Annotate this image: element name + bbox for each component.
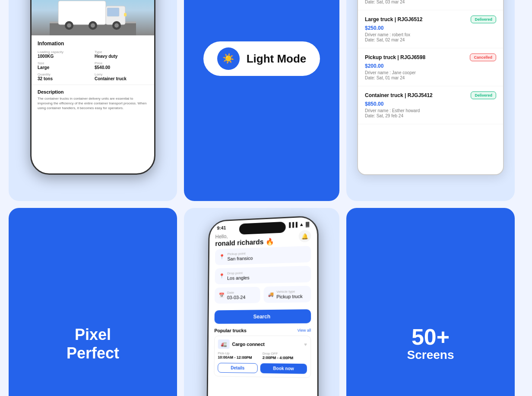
history-card: 9:41 ▐▐▐ ▲ ▓ History Small truck | RJGJ6… <box>346 0 515 201</box>
info-item-price: Price $540.00 <box>95 61 148 70</box>
history-row1-3: Pickup truck | RJGJ6598 Cancelled <box>365 53 496 61</box>
dropoff-time-col: Drop OFF 2:00PM - 4:00PM <box>263 352 307 360</box>
pickup-location-icon: 📍 <box>219 254 225 260</box>
dropoff-label: Drop point <box>227 271 249 275</box>
badge-cancelled-3: Cancelled <box>470 53 496 61</box>
search-form: 📍 Pickup point San fransico 📍 Drop point… <box>209 245 317 328</box>
wifi-icon-2: ▲ <box>299 222 304 227</box>
main-grid: Organized Layer & Group 9:41 ▐▐▐ wifi ▓ <box>9 0 523 396</box>
dropoff-time-label: Drop OFF <box>263 352 307 356</box>
organized-card: Organized Layer & Group 9:41 ▐▐▐ wifi ▓ <box>9 0 177 201</box>
pixel-text: Pixel Perfect <box>66 325 119 362</box>
dropoff-location-icon: 📍 <box>219 273 225 279</box>
popular-header: Popular trucks View all <box>209 327 317 336</box>
screens-text: 50+ Screens <box>407 326 454 362</box>
phone-mockup-1: 9:41 ▐▐▐ wifi ▓ <box>30 0 155 175</box>
desc-section: Description The container trucks in cont… <box>32 85 154 115</box>
vehicle-field[interactable]: 🚚 Vehicle type Pickup truck <box>263 286 311 303</box>
phone-mockup-2: 9:41 ▐▐▐ ▲ ▓ Hello, ronald richards 🔥 🔔 <box>206 215 319 396</box>
truck-card-1: 🚛 Cargo connect ♥ Pick-Up 10:00AM - 12:0… <box>214 336 311 378</box>
card-buttons: Details Book now <box>218 363 307 374</box>
time-row: Pick-Up 10:00AM - 12:00PM Drop OFF 2:00P… <box>218 351 307 360</box>
truck-card-name: 🚛 Cargo connect <box>218 339 265 349</box>
history-item-3: Pickup truck | RJGJ6598 Cancelled $200.0… <box>358 48 503 86</box>
history-item-2: Large truck | RJGJ6512 Delivered $250.00… <box>358 10 503 48</box>
date-value: 03-03-24 <box>227 295 246 300</box>
pickup-time-label: Pick-Up <box>218 351 260 355</box>
pickup-time-col: Pick-Up 10:00AM - 12:00PM <box>218 351 260 360</box>
history-phone-mockup: 9:41 ▐▐▐ ▲ ▓ History Small truck | RJGJ6… <box>357 0 504 175</box>
calendar-icon: 📅 <box>219 292 225 298</box>
pixel-perfect-card: Pixel Perfect <box>9 208 177 396</box>
svg-rect-10 <box>107 8 119 16</box>
popular-title: Popular trucks <box>214 328 246 333</box>
svg-rect-11 <box>124 13 127 16</box>
dropoff-time-value: 2:00PM - 4:00PM <box>263 355 307 360</box>
lightmode-card: ☀️ Light Mode <box>184 0 339 201</box>
desc-text: The container trucks in container delive… <box>38 96 148 111</box>
svg-rect-2 <box>58 1 106 25</box>
info-item-type: Type Heavy duty <box>95 50 148 59</box>
badge-delivered-4: Delivered <box>471 91 496 99</box>
notification-icon[interactable]: 🔔 <box>299 230 311 242</box>
pixel-line2: Perfect <box>66 344 119 362</box>
lightmode-label: Light Mode <box>247 52 307 66</box>
signal-icon-2: ▐▐▐ <box>287 222 297 227</box>
search-button[interactable]: Search <box>215 309 311 324</box>
history-item-1: Small truck | RJGJ6598 In Transit $450.0… <box>358 0 503 10</box>
truck-mini-icon: 🚛 <box>218 339 230 349</box>
info-section: Infomation Loading capacity 1000KG Type … <box>32 35 154 85</box>
status-icons-2: ▐▐▐ ▲ ▓ <box>287 221 309 227</box>
screens-number: 50+ <box>407 326 454 348</box>
history-row1-4: Container truck | RJGJ5412 Delivered <box>365 91 496 99</box>
dropoff-value: Los angles <box>227 275 249 281</box>
screens-label: Screens <box>407 348 454 362</box>
svg-point-5 <box>67 23 71 28</box>
double-inputs: 📅 Date 03-03-24 🚚 Vehicle type Pickup tr… <box>215 286 311 304</box>
pickup-time-value: 10:00AM - 12:00PM <box>218 355 260 360</box>
screens-card: 50+ Screens <box>346 208 515 396</box>
info-item-size: Size Large <box>38 61 91 70</box>
desc-title: Description <box>38 89 148 94</box>
search-phone-card: 9:41 ▐▐▐ ▲ ▓ Hello, ronald richards 🔥 🔔 <box>184 208 339 396</box>
pickup-field[interactable]: 📍 Pickup point San fransico <box>215 246 311 265</box>
phone-notch-2 <box>239 222 286 235</box>
info-item-lorry: Lorry Container truck <box>95 72 148 81</box>
truck-icon: 🚚 <box>268 292 274 297</box>
truck-image <box>32 0 154 35</box>
truck-card-header: 🚛 Cargo connect ♥ <box>218 339 307 349</box>
greeting-name: ronald richards 🔥 <box>215 237 274 248</box>
info-grid: Loading capacity 1000KG Type Heavy duty … <box>38 50 148 81</box>
heart-icon[interactable]: ♥ <box>304 342 307 347</box>
sun-icon: ☀️ <box>217 47 240 70</box>
history-row1-2: Large truck | RJGJ6512 Delivered <box>365 16 496 23</box>
view-all-link[interactable]: View all <box>298 328 311 332</box>
dropoff-field[interactable]: 📍 Drop point Los angles <box>215 266 311 284</box>
book-now-button[interactable]: Book now <box>260 363 307 374</box>
badge-delivered-2: Delivered <box>471 16 496 23</box>
date-label: Date <box>227 290 246 295</box>
phone2-screen: 9:41 ▐▐▐ ▲ ▓ Hello, ronald richards 🔥 🔔 <box>207 217 317 396</box>
info-item-loading: Loading capacity 1000KG <box>38 50 91 59</box>
info-title: Infomation <box>38 41 148 47</box>
svg-point-9 <box>114 23 119 28</box>
phone1-screen: 9:41 ▐▐▐ wifi ▓ <box>32 0 154 173</box>
history-item-4: Container truck | RJGJ5412 Delivered $85… <box>358 86 503 124</box>
details-button[interactable]: Details <box>218 363 258 373</box>
svg-point-7 <box>91 23 95 28</box>
pixel-line1: Pixel <box>75 326 111 343</box>
info-item-qty: Quantity 32 tons <box>38 72 91 81</box>
vehicle-label: Vehicle type <box>276 289 302 294</box>
battery-icon-2: ▓ <box>306 221 309 226</box>
lightmode-pill: ☀️ Light Mode <box>203 41 320 76</box>
vehicle-value: Pickup truck <box>276 294 302 299</box>
date-field[interactable]: 📅 Date 03-03-24 <box>215 287 260 304</box>
time-2: 9:41 <box>217 225 226 230</box>
pickup-value: San fransico <box>227 255 253 261</box>
